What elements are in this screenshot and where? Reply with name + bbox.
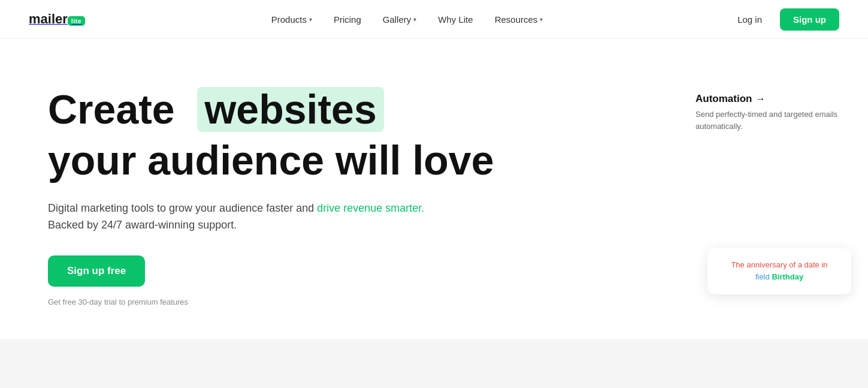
hero-subheadline: your audience will love xyxy=(48,138,494,183)
automation-title: Automation → xyxy=(695,93,839,105)
signup-button[interactable]: Sign up xyxy=(780,8,839,31)
nav-links: Products ▾ Pricing Gallery ▾ Why Lite Re… xyxy=(263,10,552,29)
logo-lite-badge: lite xyxy=(68,16,85,26)
gallery-chevron-icon: ▾ xyxy=(413,16,416,23)
resources-chevron-icon: ▾ xyxy=(540,16,543,23)
birthday-line1: The anniversary of a date in xyxy=(731,260,827,269)
birthday-field-name: Birthday xyxy=(772,272,803,281)
nav-products[interactable]: Products ▾ xyxy=(263,10,320,29)
logo-mailer-text: mailer xyxy=(29,11,68,26)
description-highlight: drive revenue smarter. xyxy=(317,202,424,214)
trial-text: Get free 30-day trial to premium feature… xyxy=(48,297,494,306)
logo[interactable]: mailerlite xyxy=(29,11,85,27)
products-chevron-icon: ▾ xyxy=(309,16,312,23)
automation-label: Automation xyxy=(695,93,752,105)
nav-gallery[interactable]: Gallery ▾ xyxy=(374,10,425,29)
navbar: mailerlite Products ▾ Pricing Gallery ▾ … xyxy=(0,0,868,39)
headline-highlighted-word: websites xyxy=(197,87,383,132)
automation-arrow-icon: → xyxy=(755,94,765,104)
headline-prefix: Create xyxy=(48,86,175,132)
hero-description: Digital marketing tools to grow your aud… xyxy=(48,200,455,234)
signup-free-button[interactable]: Sign up free xyxy=(48,255,145,287)
hero-section: Create websites your audience will love … xyxy=(48,75,494,306)
birthday-trigger-card: The anniversary of a date in field Birth… xyxy=(707,248,851,295)
bottom-bar xyxy=(0,339,868,388)
birthday-card-text: The anniversary of a date in field Birth… xyxy=(719,259,839,284)
main-content: Create websites your audience will love … xyxy=(0,39,868,306)
hero-headline: Create websites xyxy=(48,87,494,132)
nav-why-lite[interactable]: Why Lite xyxy=(430,10,481,29)
login-button[interactable]: Log in xyxy=(729,10,770,29)
nav-pricing[interactable]: Pricing xyxy=(325,10,370,29)
nav-actions: Log in Sign up xyxy=(729,8,839,31)
automation-description: Send perfectly-timed and targeted emails… xyxy=(695,109,839,132)
birthday-field-label: field xyxy=(755,272,770,281)
nav-resources[interactable]: Resources ▾ xyxy=(486,10,552,29)
automation-card: Automation → Send perfectly-timed and ta… xyxy=(695,93,839,132)
